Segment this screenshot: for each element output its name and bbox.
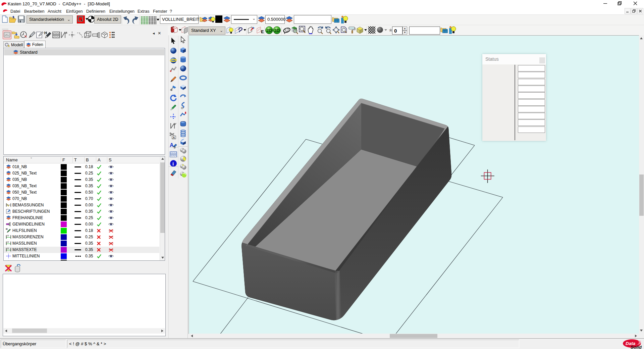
svg-text:Solid: Solid	[631, 345, 642, 349]
svg-text:A: A	[173, 136, 175, 139]
svg-text:3D: 3D	[274, 28, 280, 33]
svg-text:10: 10	[7, 247, 9, 249]
svg-text:10: 10	[7, 241, 9, 243]
svg-text:2D: 2D	[267, 28, 272, 33]
svg-text:E: E	[261, 29, 264, 34]
svg-text:10: 10	[7, 235, 9, 237]
svg-text:H: H	[44, 31, 47, 35]
svg-text:i: i	[172, 161, 174, 166]
svg-text:H: H	[6, 228, 8, 230]
svg-text:b: b	[174, 146, 176, 149]
